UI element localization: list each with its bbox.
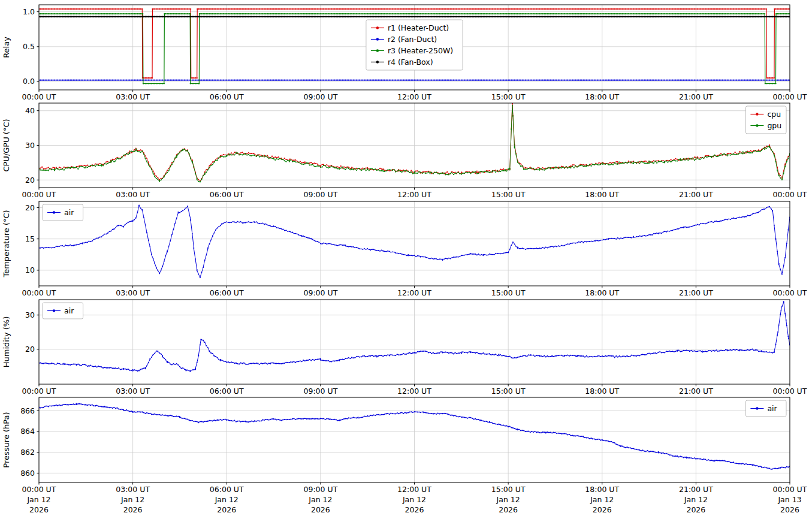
x-tick-label: 18:00 UT [585, 485, 619, 494]
panel-cpu_gpu: 00:00 UT03:00 UT06:00 UT09:00 UT12:00 UT… [2, 103, 807, 199]
grid [39, 201, 790, 286]
legend-label: r3 (Heater-250W) [388, 46, 453, 55]
y-tick-label: 15 [25, 234, 35, 243]
x-tick-label: 18:00 UT [585, 92, 619, 101]
x-tick-label: 03:00 UT [116, 485, 150, 494]
y-tick-label: 20 [25, 345, 35, 354]
legend-marker-icon [376, 61, 379, 63]
grid [39, 103, 790, 188]
x-tick-label: 00:00 UT [22, 190, 56, 199]
x-tick-label: 06:00 UT [210, 190, 244, 199]
legend: r1 (Heater-Duct)r2 (Fan-Duct)r3 (Heater-… [366, 20, 463, 70]
x-tick-label: 18:00 UT [585, 288, 619, 297]
x-tick-label: 00:00 UT [773, 485, 807, 494]
date-label-line2: 2026 [123, 505, 143, 514]
panel-relay: 00:00 UT03:00 UT06:00 UT09:00 UT12:00 UT… [2, 5, 807, 101]
panel-pressure: 00:00 UTJan 12202603:00 UTJan 12202606:0… [2, 397, 807, 514]
legend-marker-icon [53, 309, 55, 312]
x-tick-label: 12:00 UT [397, 485, 431, 494]
date-label-line1: Jan 13 [777, 495, 801, 504]
legend-marker-icon [756, 113, 758, 115]
date-label-line1: Jan 12 [590, 495, 614, 504]
date-label-line2: 2026 [217, 505, 236, 514]
chart-canvas: 00:00 UT03:00 UT06:00 UT09:00 UT12:00 UT… [0, 0, 812, 516]
x-tick-label: 00:00 UT [22, 485, 56, 494]
legend-label: air [64, 208, 74, 217]
x-tick-label: 18:00 UT [585, 387, 619, 396]
x-tick-label: 15:00 UT [491, 288, 526, 297]
x-tick-label: 00:00 UT [773, 288, 807, 297]
y-tick-label: 860 [20, 469, 35, 478]
y-axis-label: Relay [2, 37, 11, 58]
legend-marker-icon [376, 26, 379, 29]
legend: air [43, 303, 83, 319]
date-label-line2: 2026 [593, 505, 612, 514]
y-tick-label: 1.0 [23, 7, 35, 16]
legend-marker-icon [756, 124, 758, 126]
legend-label: gpu [767, 121, 781, 130]
date-label-line2: 2026 [311, 505, 330, 514]
x-tick-label: 18:00 UT [585, 190, 619, 199]
x-tick-label: 12:00 UT [397, 288, 431, 297]
x-tick-label: 06:00 UT [210, 288, 244, 297]
legend-label: cpu [767, 110, 781, 119]
y-tick-label: 0.0 [23, 77, 35, 86]
grid [39, 300, 790, 384]
x-tick-label: 15:00 UT [491, 190, 526, 199]
x-tick-label: 12:00 UT [397, 190, 431, 199]
x-tick-label: 09:00 UT [303, 387, 337, 396]
date-label-line2: 2026 [686, 505, 705, 514]
x-tick-label: 03:00 UT [116, 92, 150, 101]
x-tick-label: 00:00 UT [22, 387, 56, 396]
date-label-line2: 2026 [405, 505, 424, 514]
legend-label: air [767, 404, 777, 413]
x-tick-label: 12:00 UT [397, 387, 431, 396]
date-label-line1: Jan 12 [308, 495, 332, 504]
y-axis-label: CPU/GPU (°C) [2, 119, 11, 171]
y-tick-label: 30 [25, 310, 35, 319]
legend-label: r4 (Fan-Box) [388, 58, 433, 67]
y-tick-label: 20 [25, 203, 35, 212]
legend: air [745, 400, 786, 417]
x-tick-label: 09:00 UT [303, 288, 337, 297]
x-tick-label: 21:00 UT [679, 485, 713, 494]
legend: cpugpu [745, 106, 786, 134]
x-tick-label: 12:00 UT [397, 92, 431, 101]
x-tick-label: 09:00 UT [303, 92, 337, 101]
x-tick-label: 00:00 UT [773, 190, 807, 199]
x-tick-label: 15:00 UT [491, 92, 526, 101]
x-tick-label: 00:00 UT [773, 387, 807, 396]
x-tick-label: 03:00 UT [116, 387, 150, 396]
legend: air [43, 204, 83, 221]
y-tick-label: 864 [20, 427, 35, 436]
x-tick-label: 00:00 UT [22, 92, 56, 101]
y-tick-label: 866 [20, 406, 35, 415]
date-label-line1: Jan 12 [684, 495, 708, 504]
legend-label: air [64, 306, 74, 315]
y-axis-label: Humidity (%) [2, 316, 11, 368]
panel-temperature: 00:00 UT03:00 UT06:00 UT09:00 UT12:00 UT… [2, 201, 807, 297]
y-tick-label: 30 [25, 141, 35, 150]
date-label-line2: 2026 [29, 505, 49, 514]
x-tick-label: 15:00 UT [491, 485, 526, 494]
date-label-line1: Jan 12 [120, 495, 144, 504]
legend-label: r1 (Heater-Duct) [388, 23, 449, 32]
y-axis-label: Pressure (hPa) [2, 412, 11, 467]
legend-marker-icon [376, 49, 379, 52]
legend-marker-icon [756, 407, 758, 409]
x-tick-label: 15:00 UT [491, 387, 526, 396]
y-tick-label: 20 [25, 176, 35, 185]
x-tick-label: 03:00 UT [116, 190, 150, 199]
panel-humidity: 00:00 UT03:00 UT06:00 UT09:00 UT12:00 UT… [2, 300, 807, 396]
grid [39, 397, 790, 482]
x-tick-label: 21:00 UT [679, 92, 713, 101]
y-tick-label: 40 [25, 106, 35, 115]
date-label-line1: Jan 12 [496, 495, 520, 504]
x-tick-label: 21:00 UT [679, 190, 713, 199]
legend-marker-icon [376, 38, 379, 40]
x-tick-label: 06:00 UT [210, 387, 244, 396]
legend-marker-icon [53, 211, 55, 213]
date-label-line2: 2026 [499, 505, 518, 514]
figure: 00:00 UT03:00 UT06:00 UT09:00 UT12:00 UT… [0, 0, 812, 516]
y-axis-label: Temperature (°C) [2, 210, 11, 277]
